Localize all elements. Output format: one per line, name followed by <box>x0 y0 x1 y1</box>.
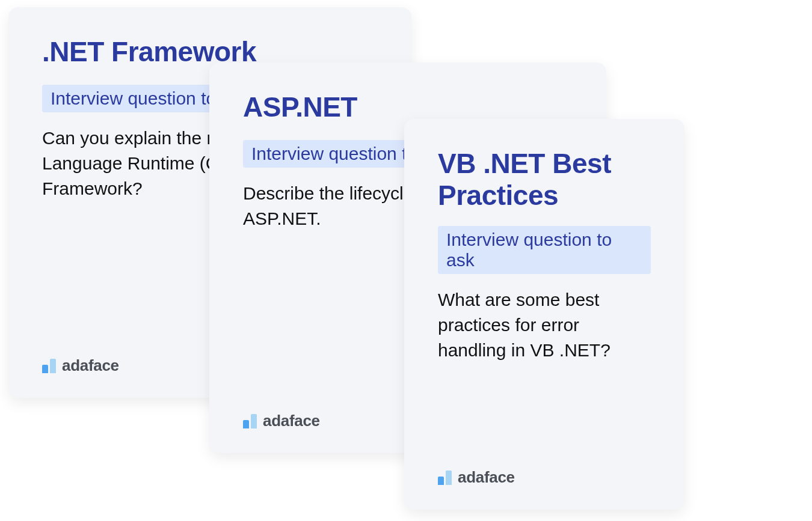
brand-footer: adaface <box>438 468 515 487</box>
brand-footer: adaface <box>42 356 119 375</box>
brand-name: adaface <box>458 468 515 487</box>
card-body: What are some best practices for error h… <box>438 287 651 363</box>
brand-name: adaface <box>62 356 119 375</box>
brand-name: adaface <box>263 412 320 430</box>
brand-footer: adaface <box>243 412 320 430</box>
adaface-logo-icon <box>438 471 452 485</box>
card-title: ASP.NET <box>243 91 573 123</box>
card-tag: Interview question to ask <box>438 226 651 274</box>
adaface-logo-icon <box>243 414 257 428</box>
adaface-logo-icon <box>42 359 56 373</box>
question-card: VB .NET Best Practices Interview questio… <box>404 119 684 510</box>
card-title: VB .NET Best Practices <box>438 148 651 212</box>
